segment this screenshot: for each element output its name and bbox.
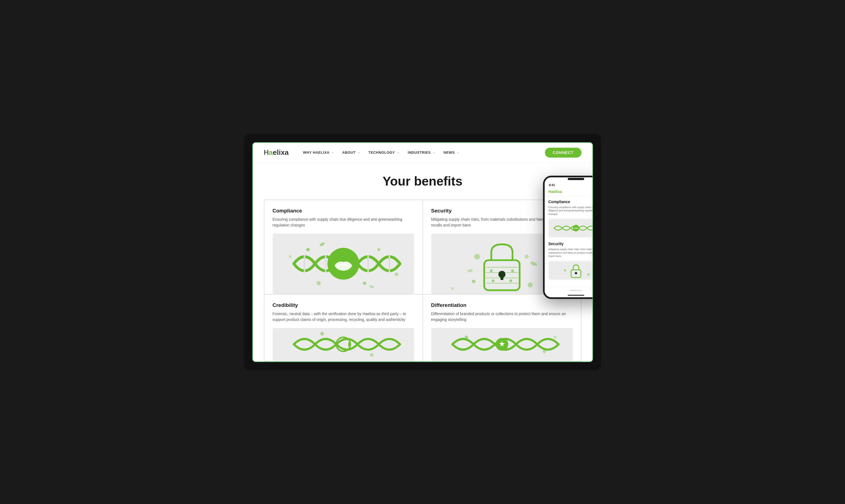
svg-point-43	[465, 336, 468, 339]
nav-industries[interactable]: INDUSTRIES →	[408, 150, 436, 155]
dna-handshake-illustration	[273, 234, 414, 294]
logo[interactable]: Haelixa	[264, 148, 289, 157]
navbar: Haelixa WHY HAELIXA → ABOUT → TECHNOLOGY…	[253, 143, 592, 163]
credibility-title: Credibility	[273, 302, 414, 308]
svg-rect-22	[500, 274, 503, 280]
credibility-image	[273, 328, 414, 361]
svg-point-44	[542, 350, 546, 353]
svg-point-50	[575, 272, 577, 274]
phone-compliance-image	[549, 218, 593, 238]
dna-diff-illustration: ★	[431, 328, 573, 361]
phone-mockup: 9:41 ▐▐▐ ⊡ Haelixa ≡ Compliance Ensuring…	[543, 176, 593, 299]
svg-point-52	[587, 273, 590, 276]
svg-point-30	[511, 269, 514, 272]
arrow-icon: →	[357, 150, 361, 155]
arrow-icon: →	[331, 150, 335, 155]
svg-point-10	[363, 281, 366, 285]
nav-news[interactable]: NEWS →	[444, 150, 460, 155]
arrow-icon: →	[396, 150, 400, 155]
phone-notch	[545, 177, 593, 181]
svg-point-39	[370, 353, 374, 357]
phone-security-image	[549, 261, 593, 280]
main-content: Your benefits Compliance Ensuring compli…	[253, 163, 592, 362]
svg-text:★: ★	[499, 340, 505, 347]
nav-technology[interactable]: TECHNOLOGY →	[368, 150, 400, 155]
notch-pill	[568, 178, 584, 180]
svg-point-12	[395, 273, 398, 276]
phone-security-desc: Mitigating supply chain risks, from mate…	[549, 248, 593, 258]
nav-why-haelixa[interactable]: WHY HAELIXA →	[303, 150, 335, 155]
credibility-desc: Forensic, neutral data – with the verifi…	[273, 311, 414, 323]
phone-dna-handshake	[549, 220, 593, 236]
svg-point-31	[492, 279, 494, 282]
page-title: Your benefits	[264, 174, 582, 188]
phone-padlock	[549, 262, 593, 278]
svg-point-23	[474, 254, 480, 259]
phone-compliance-title: Compliance	[549, 200, 593, 204]
home-bar	[568, 295, 584, 296]
svg-point-45	[553, 336, 556, 339]
nav-about[interactable]: ABOUT →	[342, 150, 361, 155]
phone-compliance-desc: Ensuring compliance with supply chain du…	[549, 205, 593, 216]
browser-window: Haelixa WHY HAELIXA → ABOUT → TECHNOLOGY…	[252, 142, 593, 362]
phone-status-bar: 9:41 ▐▐▐ ⊡	[545, 181, 593, 188]
differentiation-title: Differentiation	[431, 302, 573, 308]
phone-footer: haelixa.com	[545, 287, 593, 293]
phone-security-title: Security	[549, 241, 593, 246]
svg-point-32	[509, 279, 512, 282]
compliance-image	[273, 234, 414, 294]
svg-point-25	[472, 280, 476, 283]
svg-point-38	[320, 332, 324, 336]
svg-point-11	[289, 255, 292, 258]
arrow-icon: →	[456, 150, 460, 155]
logo-text: H	[264, 148, 269, 157]
dna-recycle-illustration	[273, 328, 414, 361]
svg-point-51	[564, 269, 566, 271]
phone-logo: Haelixa	[549, 190, 562, 194]
phone-time: 9:41	[549, 183, 555, 187]
svg-point-26	[528, 283, 533, 287]
connect-button[interactable]: CONNECT	[545, 148, 581, 158]
phone-home-indicator	[545, 293, 593, 297]
outer-frame: Haelixa WHY HAELIXA → ABOUT → TECHNOLOGY…	[244, 134, 601, 370]
benefit-card-credibility: Credibility Forensic, neutral data – wit…	[264, 294, 422, 361]
phone-content: Compliance Ensuring compliance with supp…	[545, 196, 593, 287]
differentiation-desc: Differentiation of branded products or c…	[431, 311, 573, 323]
svg-point-8	[377, 248, 380, 251]
benefit-card-differentiation: Differentiation Differentiation of brand…	[422, 294, 581, 361]
svg-point-29	[490, 269, 493, 272]
svg-point-7	[306, 248, 310, 251]
compliance-title: Compliance	[273, 208, 414, 214]
svg-point-24	[524, 254, 529, 258]
compliance-desc: Ensuring compliance with supply chain du…	[273, 217, 414, 228]
svg-point-9	[316, 281, 321, 285]
arrow-icon: →	[432, 150, 436, 155]
svg-point-34	[451, 287, 454, 290]
phone-navbar: Haelixa ≡	[545, 188, 593, 196]
benefits-grid: Compliance Ensuring compliance with supp…	[264, 200, 582, 362]
benefit-card-compliance: Compliance Ensuring compliance with supp…	[264, 200, 422, 294]
differentiation-image: ★	[431, 328, 573, 361]
nav-links: WHY HAELIXA → ABOUT → TECHNOLOGY → INDUS…	[303, 150, 536, 155]
